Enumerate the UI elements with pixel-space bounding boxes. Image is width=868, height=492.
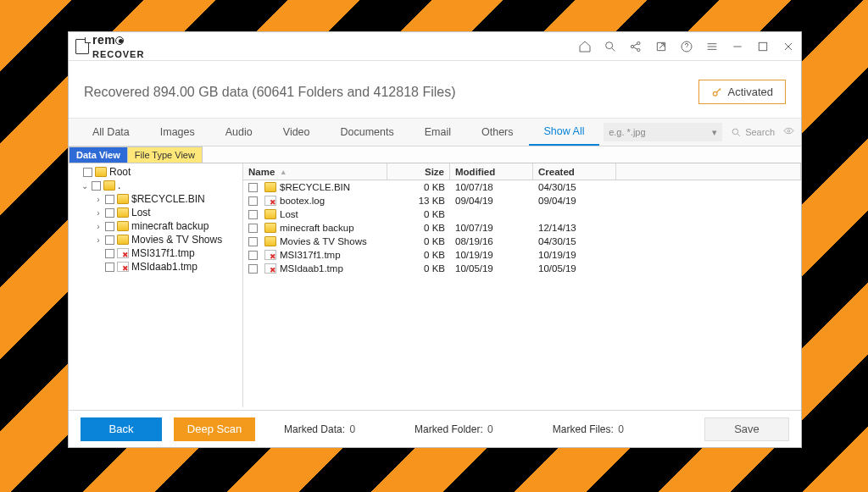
tab-show-all[interactable]: Show All xyxy=(529,119,600,146)
bottom-toolbar: Back Deep Scan Marked Data: 0 Marked Fol… xyxy=(69,410,801,447)
tab-all-data[interactable]: All Data xyxy=(77,119,145,146)
col-size[interactable]: Size xyxy=(425,167,444,177)
folder-icon xyxy=(95,167,107,177)
search-input[interactable]: e.g. *.jpg ▾ xyxy=(604,123,722,141)
checkbox[interactable] xyxy=(248,196,258,206)
cell-created: 04/30/15 xyxy=(533,236,616,246)
folder-icon xyxy=(117,207,129,218)
tree-root-label[interactable]: Root xyxy=(109,166,131,178)
checkbox[interactable] xyxy=(105,249,114,258)
cell-created: 09/04/19 xyxy=(533,196,616,206)
expander-icon[interactable]: › xyxy=(94,235,103,245)
chevron-down-icon[interactable]: ▾ xyxy=(712,127,717,138)
cell-modified: 10/05/19 xyxy=(450,263,533,274)
menu-icon[interactable] xyxy=(699,35,725,58)
maximize-icon[interactable] xyxy=(750,35,776,58)
help-icon[interactable] xyxy=(674,35,699,58)
close-icon[interactable] xyxy=(776,35,801,58)
tab-data-view[interactable]: Data View xyxy=(69,146,128,163)
checkbox[interactable] xyxy=(105,195,114,204)
app-logo: rem RECOVER xyxy=(75,33,144,60)
expander-icon[interactable]: › xyxy=(94,222,103,231)
marked-files-stat: Marked Files: 0 xyxy=(553,423,624,435)
external-link-icon[interactable] xyxy=(648,35,674,58)
table-row[interactable]: MSIdaab1.tmp0 KB10/05/1910/05/19 xyxy=(243,262,801,275)
tab-audio[interactable]: Audio xyxy=(210,119,268,146)
main-split: Root ⌄ . ›$RECYCLE.BIN›Lost›minecraft ba… xyxy=(69,163,801,407)
logo-text: rem RECOVER xyxy=(92,33,144,60)
view-mode-tabs: Data View File Type View xyxy=(69,146,801,163)
checkbox[interactable] xyxy=(83,168,92,177)
tab-others[interactable]: Others xyxy=(466,119,529,146)
cell-name: Movies & TV Shows xyxy=(280,236,367,246)
cell-name: MSIdaab1.tmp xyxy=(280,263,343,274)
tab-file-type-view[interactable]: File Type View xyxy=(127,146,203,163)
tab-video[interactable]: Video xyxy=(268,119,326,146)
cell-modified: 10/19/19 xyxy=(450,250,533,260)
checkbox[interactable] xyxy=(248,251,258,260)
tab-images[interactable]: Images xyxy=(145,119,210,146)
search-button[interactable]: Search xyxy=(726,127,780,138)
deleted-file-icon xyxy=(264,250,276,260)
list-body[interactable]: $RECYCLE.BIN0 KB10/07/1804/30/15bootex.l… xyxy=(243,180,801,407)
cell-size: 0 KB xyxy=(387,209,450,219)
col-name[interactable]: Name xyxy=(248,167,275,177)
table-row[interactable]: $RECYCLE.BIN0 KB10/07/1804/30/15 xyxy=(243,180,801,194)
minimize-icon[interactable] xyxy=(725,35,750,58)
checkbox[interactable] xyxy=(105,263,114,272)
checkbox[interactable] xyxy=(105,235,114,245)
expander-icon[interactable]: › xyxy=(94,208,103,218)
tab-documents[interactable]: Documents xyxy=(326,119,409,146)
cell-created: 10/05/19 xyxy=(533,263,616,274)
col-modified[interactable]: Modified xyxy=(455,167,495,177)
cell-modified: 08/19/16 xyxy=(450,236,533,246)
svg-point-7 xyxy=(732,129,738,135)
checkbox[interactable] xyxy=(248,224,258,233)
activated-badge: Activated xyxy=(698,80,786,104)
checkbox[interactable] xyxy=(248,183,258,192)
tree-item-label[interactable]: $RECYCLE.BIN xyxy=(131,193,205,205)
table-row[interactable]: Movies & TV Shows0 KB08/19/1604/30/15 xyxy=(243,235,801,248)
col-created[interactable]: Created xyxy=(538,167,575,177)
table-row[interactable]: bootex.log13 KB09/04/1909/04/19 xyxy=(243,194,801,207)
tree-item-label[interactable]: Movies & TV Shows xyxy=(131,234,222,246)
marked-folder-stat: Marked Folder: 0 xyxy=(415,423,493,435)
share-icon[interactable] xyxy=(623,35,648,58)
deep-scan-button[interactable]: Deep Scan xyxy=(174,417,255,441)
summary-text: Recovered 894.00 GB data (60641 Folders … xyxy=(84,85,456,100)
expander-icon[interactable]: ⌄ xyxy=(81,181,89,191)
tree-item-label[interactable]: MSIdaab1.tmp xyxy=(131,261,198,273)
checkbox[interactable] xyxy=(92,181,101,191)
home-icon[interactable] xyxy=(572,35,598,58)
table-row[interactable]: Lost0 KB xyxy=(243,207,801,221)
checkbox[interactable] xyxy=(105,208,114,218)
deleted-file-icon xyxy=(264,263,276,274)
logo-page-icon xyxy=(75,39,89,54)
deleted-file-icon xyxy=(117,248,129,258)
tab-email[interactable]: Email xyxy=(409,119,466,146)
save-button[interactable]: Save xyxy=(704,417,789,441)
tree-item-label[interactable]: MSI317f1.tmp xyxy=(131,247,195,259)
tree-panel[interactable]: Root ⌄ . ›$RECYCLE.BIN›Lost›minecraft ba… xyxy=(69,163,243,407)
checkbox[interactable] xyxy=(248,210,258,219)
key-icon xyxy=(711,86,723,98)
list-header[interactable]: Name▴ Size Modified Created xyxy=(243,163,801,180)
tree-item-label[interactable]: Lost xyxy=(131,207,151,218)
search-icon[interactable] xyxy=(598,35,623,58)
tree-item-label[interactable]: minecraft backup xyxy=(131,220,209,232)
expander-icon[interactable]: › xyxy=(94,195,103,204)
back-button[interactable]: Back xyxy=(81,417,162,441)
cell-modified: 09/04/19 xyxy=(450,196,533,206)
checkbox[interactable] xyxy=(248,237,258,246)
preview-toggle-icon[interactable] xyxy=(780,124,801,140)
tree-dot-label[interactable]: . xyxy=(118,180,120,191)
table-row[interactable]: minecraft backup0 KB10/07/1912/14/13 xyxy=(243,221,801,235)
checkbox[interactable] xyxy=(248,264,258,274)
checkbox[interactable] xyxy=(105,222,114,231)
svg-point-8 xyxy=(787,130,790,132)
table-row[interactable]: MSI317f1.tmp0 KB10/19/1910/19/19 xyxy=(243,248,801,262)
svg-point-3 xyxy=(637,48,640,51)
cell-size: 13 KB xyxy=(387,196,450,206)
folder-icon xyxy=(264,236,276,246)
cell-created: 12/14/13 xyxy=(533,223,616,233)
